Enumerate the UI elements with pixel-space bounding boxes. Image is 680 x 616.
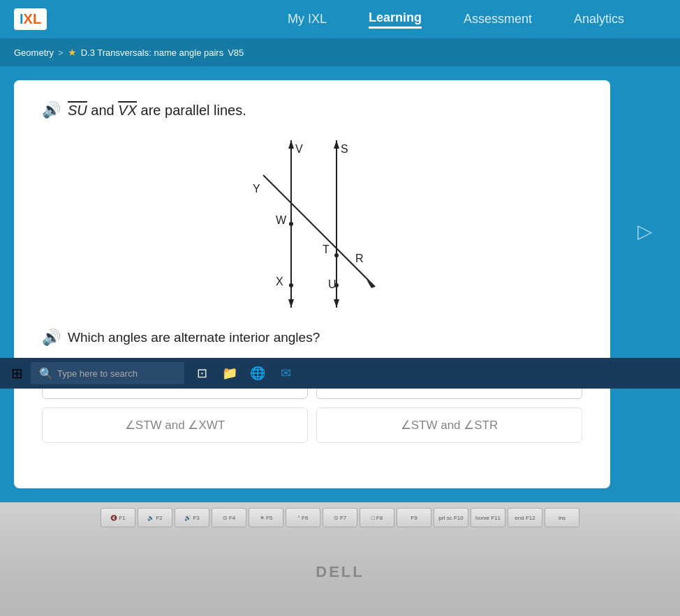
task-view-icon[interactable]: ⊡ <box>190 362 214 384</box>
problem-statement: 🔊 SU and VX are parallel lines. <box>42 101 582 119</box>
content-area: 🔊 SU and VX are parallel lines. <box>0 66 680 502</box>
answer-label-3: ∠STW and ∠XWT <box>125 418 225 433</box>
question-card: 🔊 SU and VX are parallel lines. <box>14 80 610 488</box>
key-ins[interactable]: ins <box>545 508 579 527</box>
svg-text:T: T <box>323 243 330 255</box>
keyboard-fn-row: 🔇 F1 🔉 F2 🔊 F3 ⊙ F4 ☀ F5 ° F6 ⊙ F7 □ F8 … <box>21 508 659 527</box>
svg-marker-4 <box>334 140 339 149</box>
key-f6[interactable]: ° F6 <box>286 508 320 527</box>
logo-xl: XL <box>24 11 42 27</box>
browser-icon[interactable]: 🌐 <box>246 362 269 384</box>
key-home[interactable]: home F11 <box>471 508 505 527</box>
question-text: 🔊 Which angles are alternate interior an… <box>42 329 582 347</box>
statement-text: SU and VX are parallel lines. <box>68 103 246 119</box>
svg-text:V: V <box>295 143 303 155</box>
svg-text:R: R <box>355 253 364 264</box>
screen: I XL My IXL Learning Assessment Analytic… <box>0 0 680 502</box>
svg-marker-2 <box>288 299 294 308</box>
key-vol-down[interactable]: 🔉 F2 <box>138 508 172 527</box>
laptop-body: I XL My IXL Learning Assessment Analytic… <box>0 0 680 616</box>
breadcrumb-sep: > <box>58 47 64 58</box>
breadcrumb-subject[interactable]: Geometry <box>14 47 54 58</box>
key-mute[interactable]: 🔇 F1 <box>101 508 135 527</box>
breadcrumb-lesson: D.3 Transversals: name angle pairs <box>81 47 223 58</box>
answer-btn-3[interactable]: ∠STW and ∠XWT <box>42 407 308 443</box>
svg-marker-1 <box>288 140 294 149</box>
nav-assessment[interactable]: Assessment <box>464 12 532 27</box>
svg-point-14 <box>334 253 339 257</box>
question-label: Which angles are alternate interior angl… <box>68 330 320 345</box>
right-panel: ▷ <box>624 80 666 488</box>
key-f9[interactable]: F9 <box>397 508 431 527</box>
diagram-container: V S Y W T R <box>214 133 410 315</box>
nav-learning[interactable]: Learning <box>369 10 422 29</box>
key-f5[interactable]: ☀ F5 <box>249 508 283 527</box>
breadcrumb-code: V85 <box>228 47 244 58</box>
svg-text:W: W <box>276 214 287 226</box>
dell-logo: DELL <box>316 563 364 581</box>
speaker-icon-question[interactable]: 🔊 <box>42 329 61 347</box>
taskbar-search[interactable]: 🔍 Type here to search <box>31 362 184 384</box>
logo[interactable]: I XL <box>14 8 47 30</box>
answer-label-4: ∠STW and ∠STR <box>401 418 498 433</box>
search-placeholder: Type here to search <box>57 368 138 379</box>
svg-line-6 <box>263 175 375 287</box>
svg-text:X: X <box>276 276 283 287</box>
speaker-icon-statement[interactable]: 🔊 <box>42 101 61 119</box>
taskbar-icons: ⊡ 📁 🌐 ✉ <box>190 362 297 384</box>
answer-btn-4[interactable]: ∠STW and ∠STR <box>316 407 582 443</box>
key-f7[interactable]: ⊙ F7 <box>323 508 357 527</box>
breadcrumb-bar: Geometry > ★ D.3 Transversals: name angl… <box>0 38 680 66</box>
svg-point-17 <box>289 283 293 287</box>
mail-icon[interactable]: ✉ <box>274 362 297 384</box>
search-icon: 🔍 <box>39 367 53 380</box>
key-f4[interactable]: ⊙ F4 <box>212 508 246 527</box>
star-icon: ★ <box>68 47 77 58</box>
windows-start-button[interactable]: ⊞ <box>6 362 28 384</box>
mail-glyph: ✉ <box>281 366 291 381</box>
folder-glyph: 📁 <box>222 366 237 381</box>
key-f8[interactable]: □ F8 <box>360 508 394 527</box>
file-explorer-icon[interactable]: 📁 <box>218 362 242 384</box>
key-vol-up[interactable]: 🔊 F3 <box>175 508 209 527</box>
next-arrow-icon[interactable]: ▷ <box>637 220 653 243</box>
windows-icon: ⊞ <box>11 365 23 382</box>
svg-point-19 <box>334 283 339 287</box>
key-end[interactable]: end F12 <box>508 508 542 527</box>
taskbar: ⊞ 🔍 Type here to search ⊡ 📁 🌐 ✉ <box>0 358 680 389</box>
nav-my-ixl[interactable]: My IXL <box>288 12 327 27</box>
svg-point-12 <box>289 222 293 226</box>
task-view-glyph: ⊡ <box>197 366 207 381</box>
browser-glyph: 🌐 <box>250 366 265 381</box>
svg-marker-5 <box>334 299 339 308</box>
nav-links: My IXL Learning Assessment Analytics <box>288 10 624 29</box>
svg-text:Y: Y <box>253 183 260 195</box>
nav-analytics[interactable]: Analytics <box>574 12 624 27</box>
key-prtsc[interactable]: prt sc F10 <box>434 508 468 527</box>
svg-text:S: S <box>341 143 348 155</box>
statement-end: are parallel lines. <box>141 103 246 118</box>
diagram-svg: V S Y W T R <box>214 133 410 315</box>
navbar: I XL My IXL Learning Assessment Analytic… <box>0 0 680 38</box>
laptop-keyboard-area: 🔇 F1 🔉 F2 🔊 F3 ⊙ F4 ☀ F5 ° F6 ⊙ F7 □ F8 … <box>0 502 680 616</box>
svg-marker-7 <box>367 280 375 288</box>
